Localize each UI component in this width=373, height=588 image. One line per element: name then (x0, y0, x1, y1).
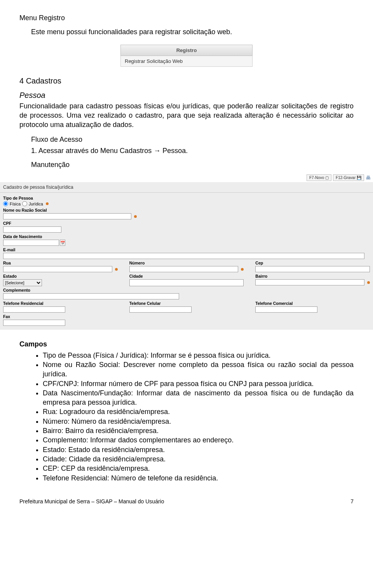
select-estado[interactable]: [Selecione] (3, 279, 42, 286)
input-bairro[interactable] (255, 279, 364, 285)
radio-fisica-label: Física (10, 202, 21, 206)
menu-box: Registro Registrar Solicitação Web (120, 45, 253, 67)
bullet-item: Complemento: Informar dados complementar… (43, 435, 354, 445)
footer-page: 7 (350, 498, 354, 504)
label-data: Data de Nascimento (3, 234, 370, 239)
doc-icon: ▢ (325, 176, 329, 180)
input-cidade[interactable] (129, 279, 244, 286)
btn-novo[interactable]: F7-Novo ▢ (307, 174, 331, 181)
label-complemento: Complemento (3, 288, 179, 292)
required-icon (115, 268, 118, 271)
required-icon (241, 268, 244, 271)
input-rua[interactable] (3, 266, 112, 272)
input-numero[interactable] (129, 266, 239, 272)
label-rua: Rua (3, 261, 118, 265)
input-complemento[interactable] (3, 293, 179, 299)
heading-pessoa: Pessoa (19, 91, 354, 100)
label-numero: Número (129, 261, 244, 265)
text-pessoa: Funcionalidade para cadastro pessoas fís… (19, 101, 354, 130)
bullet-item: Estado: Estado da residência/empresa. (43, 445, 354, 454)
form-toolbar: F7-Novo ▢ F12-Gravar 💾 🖶 (0, 173, 373, 182)
radio-juridica[interactable] (22, 201, 27, 206)
save-icon: 💾 (357, 176, 361, 180)
heading-manutencao: Manutenção (31, 160, 354, 169)
bullet-item: CEP: CEP da residência/empresa. (43, 464, 354, 473)
input-nome[interactable] (3, 213, 131, 219)
footer-left: Prefeitura Municipal de Serra – SIGAP – … (19, 498, 164, 504)
label-telr: Telefone Residencial (3, 301, 118, 306)
text-menu-desc: Este menu possui funcionalidades para re… (31, 27, 354, 37)
bullet-item: Rua: Logradouro da residência/empresa. (43, 407, 354, 416)
heading-cadastros: 4 Cadastros (19, 77, 354, 85)
bullet-item: Tipo de Pessoa (Física / Jurídica): Info… (43, 351, 354, 360)
required-icon (134, 215, 137, 218)
heading-menu-registro: Menu Registro (19, 13, 354, 23)
bullet-item: Data Nascimento/Fundação: Informar data … (43, 388, 354, 407)
label-cidade: Cidade (129, 274, 244, 278)
label-nome: Nome ou Razão Social (3, 208, 370, 212)
heading-fluxo: Fluxo de Acesso (31, 135, 354, 144)
input-cep[interactable] (255, 266, 370, 272)
input-telr[interactable] (3, 306, 65, 313)
label-cpf: CPF (3, 221, 370, 226)
bullet-item: CPF/CNPJ: Informar número de CPF para pe… (43, 379, 354, 388)
input-telcom[interactable] (255, 306, 317, 313)
form-title: Cadastro de pessoa física/jurídica (0, 182, 373, 193)
heading-campos: Campos (19, 339, 354, 349)
required-icon (46, 202, 49, 205)
radio-juridica-label: Jurídica (29, 202, 43, 206)
input-data[interactable] (3, 240, 59, 246)
label-estado: Estado (3, 274, 118, 278)
radio-fisica[interactable] (3, 201, 8, 206)
menu-head: Registro (120, 45, 253, 56)
label-tipo: Tipo de Pessoa (3, 196, 370, 200)
bullet-item: Bairro: Bairro da residência/empresa. (43, 426, 354, 435)
input-telc[interactable] (129, 306, 192, 313)
input-email[interactable] (3, 253, 364, 259)
menu-item-registrar[interactable]: Registrar Solicitação Web (120, 56, 253, 67)
input-fax[interactable] (3, 320, 65, 326)
bullet-item: Cidade: Cidade da residência/empresa. (43, 454, 354, 464)
bullets-campos: Tipo de Pessoa (Física / Jurídica): Info… (19, 351, 354, 483)
label-telc: Telefone Celular (129, 301, 244, 306)
form-cadastro: F7-Novo ▢ F12-Gravar 💾 🖶 Cadastro de pes… (0, 173, 373, 330)
label-bairro: Bairro (255, 274, 370, 278)
label-telcom: Telefone Comercial (255, 301, 370, 306)
label-fax: Fax (3, 314, 370, 319)
bullet-item: Número: Número da residência/empresa. (43, 417, 354, 426)
required-icon (367, 281, 370, 284)
print-icon[interactable]: 🖶 (366, 175, 371, 181)
input-cpf[interactable] (3, 226, 61, 233)
calendar-icon[interactable]: 📅 (60, 240, 65, 246)
bullet-item: Nome ou Razão Social: Descrever nome com… (43, 360, 354, 379)
btn-gravar[interactable]: F12-Gravar 💾 (333, 174, 364, 181)
bullet-item: Telefone Residencial: Número de telefone… (43, 473, 354, 483)
step-fluxo-1: 1. Acessar através do Menu Cadastros → P… (31, 146, 354, 155)
label-email: E-mail (3, 247, 370, 252)
label-cep: Cep (255, 261, 370, 265)
